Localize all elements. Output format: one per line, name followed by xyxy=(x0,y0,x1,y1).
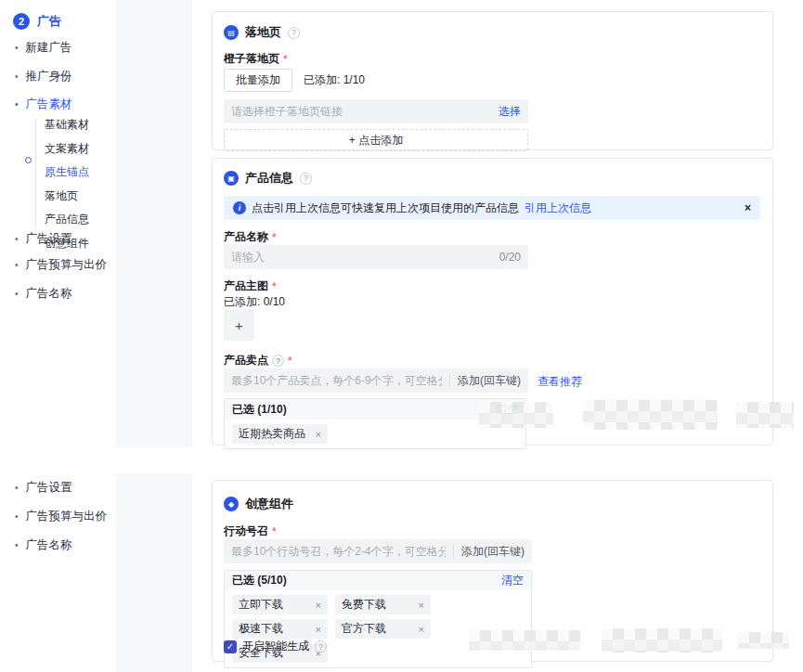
sidebar-item-label: 广告设置 xyxy=(26,231,72,247)
landing-page-icon: ▤ xyxy=(224,25,239,40)
sidebar-item-new-ad[interactable]: • 新建广告 xyxy=(15,40,72,56)
sidebar-subitem-landing-page[interactable]: 落地页 xyxy=(45,188,89,204)
submenu-indent-line xyxy=(35,119,36,228)
image-added-count: 已添加: 0/10 xyxy=(224,294,285,310)
sidebar-item-label: 广告预算与出价 xyxy=(26,257,108,273)
sidebar-subitem-copy-material[interactable]: 文案素材 xyxy=(45,141,89,157)
required-asterisk: * xyxy=(272,231,277,244)
sidebar-item-ad-name-2[interactable]: • 广告名称 xyxy=(15,537,72,553)
bullet-icon: • xyxy=(15,290,19,299)
input-divider xyxy=(449,374,450,387)
required-asterisk: * xyxy=(283,53,288,66)
remove-tag-icon[interactable]: × xyxy=(316,429,321,440)
selected-header-row: 已选 (5/10) 清空 xyxy=(225,571,531,590)
cta-tag[interactable]: 官方下载 × xyxy=(335,619,431,639)
bullet-icon: • xyxy=(15,100,19,110)
bullet-icon: • xyxy=(15,44,19,53)
cta-tag[interactable]: 免费下载 × xyxy=(335,595,431,614)
redacted-content xyxy=(738,632,789,649)
info-icon: i xyxy=(233,201,246,214)
sidebar-gutter-top xyxy=(116,0,192,447)
sidebar-item-ad-settings[interactable]: • 广告设置 xyxy=(15,231,72,247)
product-info-icon: ▣ xyxy=(224,171,239,186)
sidebar-step-ad[interactable]: 2 广告 xyxy=(13,13,61,30)
banner-close-icon[interactable]: × xyxy=(745,201,751,214)
sidebar-item-label: 广告名称 xyxy=(26,286,72,302)
input-divider xyxy=(453,545,454,558)
selling-points-input[interactable]: 最多10个产品卖点，每个6-9个字，可空格分隔 添加(回车键) xyxy=(224,368,528,393)
selling-points-label: 产品卖点 ? * xyxy=(224,353,292,368)
cta-input[interactable]: 最多10个行动号召，每个2-4个字，可空格分隔 添加(回车键) xyxy=(224,539,532,563)
card-title: 落地页 xyxy=(245,24,281,41)
sidebar-subitem-native-anchor[interactable]: 原生锚点 xyxy=(45,164,89,180)
view-recommend-link[interactable]: 查看推荐 xyxy=(537,374,582,390)
selected-tags: 立即下载 × 免费下载 × 极速下载 × 官方下载 × 安全下载 × xyxy=(225,590,531,667)
reuse-last-info-link[interactable]: 引用上次信息 xyxy=(525,200,591,216)
landing-url-input[interactable]: 请选择橙子落地页链接 选择 xyxy=(224,99,528,123)
added-count: 已添加: 1/10 xyxy=(304,72,365,88)
bullet-icon: • xyxy=(15,261,19,270)
add-enter-hint: 添加(回车键) xyxy=(458,373,521,389)
sidebar-item-ad-settings-2[interactable]: • 广告设置 xyxy=(15,480,72,496)
sidebar-item-ad-material[interactable]: • 广告素材 xyxy=(15,97,72,112)
smart-generate-checkbox[interactable]: ✓ xyxy=(224,640,237,653)
landing-url-placeholder: 请选择橙子落地页链接 xyxy=(231,104,499,120)
help-icon[interactable]: ? xyxy=(300,173,312,185)
plus-icon: + xyxy=(235,317,243,333)
redacted-content xyxy=(583,400,718,430)
sidebar-item-budget-bid-2[interactable]: • 广告预算与出价 xyxy=(15,509,107,524)
sidebar-item-label: 广告设置 xyxy=(26,480,72,496)
batch-add-button[interactable]: 批量添加 xyxy=(224,69,292,92)
sidebar-item-label: 广告预算与出价 xyxy=(26,509,108,524)
card-title: 创意组件 xyxy=(245,496,293,512)
redacted-content xyxy=(479,402,553,428)
redacted-content xyxy=(736,402,794,428)
cta-label: 行动号召* xyxy=(224,523,277,539)
remove-tag-icon[interactable]: × xyxy=(419,624,424,635)
remove-tag-icon[interactable]: × xyxy=(316,624,321,635)
product-name-label: 产品名称* xyxy=(224,229,277,245)
selected-count: 已选 (1/10) xyxy=(232,402,287,418)
orange-landing-label: 橙子落地页* xyxy=(224,51,288,67)
product-card-header: ▣ 产品信息 ? xyxy=(224,170,312,187)
help-icon[interactable]: ? xyxy=(315,640,327,653)
click-to-add-button[interactable]: + 点击添加 xyxy=(224,129,528,151)
char-counter: 0/20 xyxy=(499,251,521,264)
landing-card-header: ▤ 落地页 ? xyxy=(224,24,300,41)
clear-link[interactable]: 清空 xyxy=(501,573,524,588)
bullet-icon: • xyxy=(15,541,19,550)
add-enter-hint: 添加(回车键) xyxy=(461,544,525,560)
selling-points-placeholder: 最多10个产品卖点，每个6-9个字，可空格分隔 xyxy=(231,373,442,389)
ad-setup-page: 2 广告 • 新建广告 • 推广身份 • 广告素材 基础素材 文案素材 原生锚点… xyxy=(0,0,803,672)
help-icon[interactable]: ? xyxy=(272,355,284,367)
select-link[interactable]: 选择 xyxy=(499,104,521,120)
cta-tag[interactable]: 立即下载 × xyxy=(232,595,328,614)
cta-placeholder: 最多10个行动号召，每个2-4个字，可空格分隔 xyxy=(231,544,446,560)
remove-tag-icon[interactable]: × xyxy=(316,600,321,611)
help-icon[interactable]: ? xyxy=(288,27,300,39)
product-name-input[interactable]: 请输入 0/20 xyxy=(224,245,528,269)
bullet-icon: • xyxy=(15,512,19,522)
smart-generate-row: ✓ 开启智能生成 ? xyxy=(224,639,327,654)
bullet-icon: • xyxy=(15,72,19,82)
sidebar-gutter-bottom xyxy=(116,473,192,672)
reuse-info-banner: i 点击引用上次信息可快速复用上次项目使用的产品信息 引用上次信息 × xyxy=(224,196,760,220)
required-asterisk: * xyxy=(288,355,292,368)
selling-point-tag[interactable]: 近期热卖商品 × xyxy=(232,424,328,444)
cta-tag[interactable]: 极速下载 × xyxy=(232,619,328,639)
remove-tag-icon[interactable]: × xyxy=(419,600,424,611)
sidebar-subitem-basic-material[interactable]: 基础素材 xyxy=(45,117,89,133)
sidebar-subitem-product-info[interactable]: 产品信息 xyxy=(45,212,89,227)
step-label: 广告 xyxy=(37,13,61,30)
bullet-icon: • xyxy=(15,484,19,493)
sidebar-item-ad-name[interactable]: • 广告名称 xyxy=(15,286,72,302)
product-image-label: 产品主图* xyxy=(224,278,277,294)
sidebar-item-label: 推广身份 xyxy=(26,69,72,84)
sidebar-item-budget-bid[interactable]: • 广告预算与出价 xyxy=(15,257,107,273)
upload-image-button[interactable]: + xyxy=(224,310,254,341)
creative-card-header: ◆ 创意组件 xyxy=(224,496,293,512)
sidebar-item-promo-identity[interactable]: • 推广身份 xyxy=(15,69,72,84)
selected-count: 已选 (5/10) xyxy=(232,573,287,588)
banner-text: 点击引用上次信息可快速复用上次项目使用的产品信息 xyxy=(252,200,519,216)
card-title: 产品信息 xyxy=(245,170,293,187)
